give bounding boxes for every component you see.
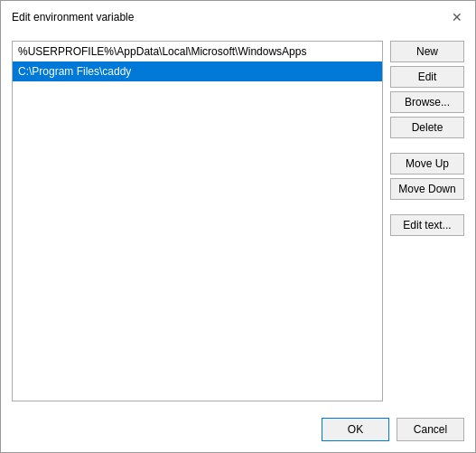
edit-text-button[interactable]: Edit text... bbox=[390, 214, 464, 236]
env-var-list[interactable]: %USERPROFILE%\AppData\Local\Microsoft\Wi… bbox=[12, 41, 383, 401]
browse-button[interactable]: Browse... bbox=[390, 91, 464, 113]
list-item[interactable]: %USERPROFILE%\AppData\Local\Microsoft\Wi… bbox=[13, 42, 382, 61]
dialog-title: Edit environment variable bbox=[12, 11, 134, 24]
edit-env-var-dialog: Edit environment variable ✕ %USERPROFILE… bbox=[0, 0, 476, 453]
spacer2 bbox=[390, 203, 464, 211]
list-item[interactable]: C:\Program Files\caddy bbox=[13, 61, 382, 81]
title-bar: Edit environment variable ✕ bbox=[1, 1, 475, 32]
dialog-body: %USERPROFILE%\AppData\Local\Microsoft\Wi… bbox=[1, 32, 475, 411]
ok-button[interactable]: OK bbox=[322, 418, 389, 441]
close-button[interactable]: ✕ bbox=[450, 10, 464, 24]
new-button[interactable]: New bbox=[390, 41, 464, 62]
move-up-button[interactable]: Move Up bbox=[390, 153, 464, 175]
delete-button[interactable]: Delete bbox=[390, 117, 464, 138]
spacer1 bbox=[390, 142, 464, 149]
move-down-button[interactable]: Move Down bbox=[390, 178, 464, 200]
buttons-panel: New Edit Browse... Delete Move Up Move D… bbox=[390, 41, 464, 401]
dialog-footer: OK Cancel bbox=[1, 411, 475, 452]
cancel-button[interactable]: Cancel bbox=[397, 418, 464, 441]
edit-button[interactable]: Edit bbox=[390, 66, 464, 88]
